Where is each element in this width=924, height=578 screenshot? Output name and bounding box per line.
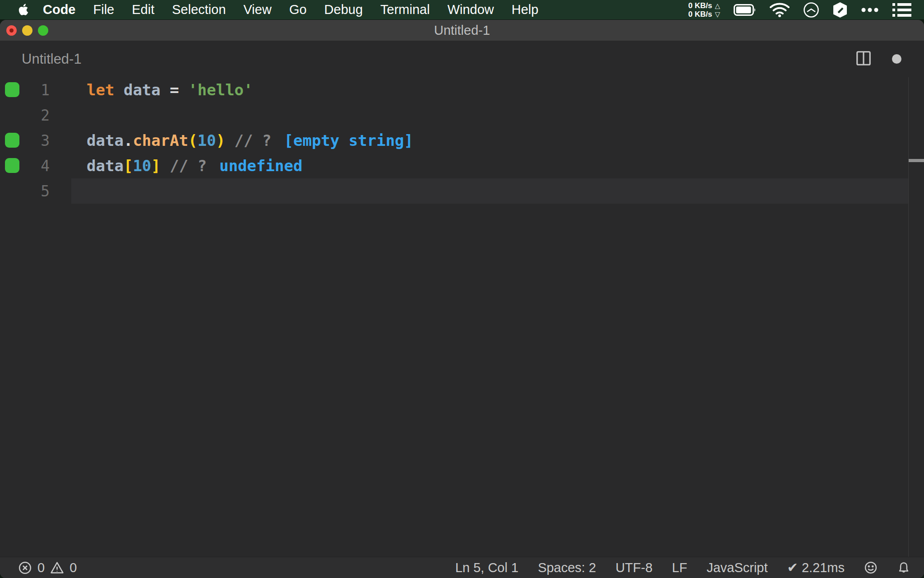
code-line-3[interactable]: 3data.charAt(10) // ?[empty string] bbox=[0, 128, 909, 153]
code-token: 'hello' bbox=[188, 81, 253, 99]
menu-item-view[interactable]: View bbox=[244, 2, 272, 17]
macos-menubar: CodeFileEditSelectionViewGoDebugTerminal… bbox=[0, 0, 924, 20]
close-button[interactable] bbox=[6, 25, 17, 36]
feedback-smiley-icon[interactable] bbox=[864, 561, 878, 574]
code-token: let bbox=[87, 81, 114, 99]
line-number[interactable]: 3 bbox=[41, 132, 71, 149]
code-token: 10 bbox=[133, 157, 151, 175]
unsaved-indicator-dot bbox=[9, 28, 14, 33]
language-mode[interactable]: JavaScript bbox=[707, 560, 767, 575]
menu-item-help[interactable]: Help bbox=[512, 2, 539, 17]
code-token: . bbox=[124, 131, 133, 149]
indentation-setting[interactable]: Spaces: 2 bbox=[538, 560, 596, 575]
editor-actions bbox=[855, 50, 901, 69]
quokka-inline-value: undefined bbox=[219, 157, 302, 175]
code-editor[interactable]: 1let data = 'hello'23data.charAt(10) // … bbox=[0, 77, 924, 557]
gauge-icon[interactable] bbox=[803, 2, 819, 18]
dirty-file-indicator[interactable] bbox=[892, 54, 901, 64]
code-token: charAt bbox=[133, 131, 188, 149]
problems-status[interactable]: 0 0 bbox=[18, 560, 77, 575]
menu-item-selection[interactable]: Selection bbox=[172, 2, 226, 17]
window-title: Untitled-1 bbox=[434, 23, 490, 38]
apple-menu-icon[interactable] bbox=[17, 3, 28, 17]
notifications-bell-icon[interactable] bbox=[897, 561, 910, 574]
code-token: [ bbox=[124, 157, 133, 175]
list-icon[interactable] bbox=[892, 3, 911, 17]
traffic-lights bbox=[6, 20, 48, 41]
current-line-content[interactable] bbox=[71, 178, 909, 204]
screen: CodeFileEditSelectionViewGoDebugTerminal… bbox=[0, 0, 924, 578]
vscode-window: Untitled-1 Untitled-1 1let data = 'hello… bbox=[0, 20, 924, 578]
line-number[interactable]: 1 bbox=[41, 81, 71, 99]
menubar-status-items: 0 KB/s 0 KB/s △ ▽ bbox=[688, 0, 911, 20]
quokka-coverage-marker bbox=[5, 158, 19, 173]
line-number[interactable]: 5 bbox=[41, 182, 71, 200]
code-token bbox=[114, 81, 123, 99]
code-line-1[interactable]: 1let data = 'hello' bbox=[0, 77, 909, 103]
zoom-button[interactable] bbox=[38, 25, 48, 36]
editor-empty-space[interactable] bbox=[0, 204, 909, 557]
wifi-icon[interactable] bbox=[770, 3, 790, 17]
network-up-speed: 0 KB/s bbox=[688, 1, 712, 10]
network-down-speed: 0 KB/s bbox=[688, 10, 712, 19]
menu-item-file[interactable]: File bbox=[93, 2, 115, 17]
window-titlebar[interactable]: Untitled-1 bbox=[0, 20, 924, 41]
quokka-inline-value: [empty string] bbox=[284, 131, 413, 149]
line-content[interactable] bbox=[71, 103, 909, 128]
code-token: data bbox=[124, 81, 161, 99]
overview-ruler-border bbox=[908, 77, 909, 557]
quokka-coverage-marker bbox=[5, 82, 19, 97]
code-token bbox=[161, 81, 170, 99]
menu-item-terminal[interactable]: Terminal bbox=[380, 2, 430, 17]
overview-ruler-cursor-marker bbox=[909, 159, 924, 162]
code-token: data bbox=[87, 131, 124, 149]
minimize-button[interactable] bbox=[22, 25, 32, 36]
upload-arrow-icon: △ bbox=[715, 1, 720, 10]
cursor-position[interactable]: Ln 5, Col 1 bbox=[455, 560, 518, 575]
code-token: ] bbox=[151, 157, 160, 175]
line-number[interactable]: 4 bbox=[41, 157, 71, 175]
quokka-run-time[interactable]: ✔ 2.21ms bbox=[787, 560, 845, 575]
code-token bbox=[179, 81, 188, 99]
error-count: 0 bbox=[37, 560, 45, 575]
gutter: 2 bbox=[0, 103, 71, 128]
code-token: data bbox=[87, 157, 124, 175]
error-icon bbox=[18, 561, 32, 575]
code-token: = bbox=[170, 81, 179, 99]
eol-setting[interactable]: LF bbox=[672, 560, 687, 575]
statusbar-right: Ln 5, Col 1 Spaces: 2 UTF-8 LF JavaScrip… bbox=[455, 560, 910, 575]
cube-icon[interactable] bbox=[833, 2, 847, 18]
ellipsis-icon[interactable] bbox=[861, 8, 879, 12]
editor-title-area: Untitled-1 bbox=[0, 41, 924, 77]
menu-item-code[interactable]: Code bbox=[43, 2, 76, 17]
gutter: 4 bbox=[0, 153, 71, 178]
statusbar: 0 0 Ln 5, Col 1 Spaces: 2 UTF-8 LF JavaS… bbox=[0, 557, 924, 578]
code-line-5[interactable]: 5 bbox=[0, 178, 909, 204]
quokka-coverage-marker bbox=[5, 133, 19, 148]
code-token: 10 bbox=[198, 131, 216, 149]
gutter: 3 bbox=[0, 128, 71, 153]
tab-title[interactable]: Untitled-1 bbox=[22, 51, 82, 67]
code-line-4[interactable]: 4data[10] // ?undefined bbox=[0, 153, 909, 178]
split-editor-icon[interactable] bbox=[855, 50, 872, 69]
menu-item-debug[interactable]: Debug bbox=[324, 2, 363, 17]
menu-item-edit[interactable]: Edit bbox=[132, 2, 154, 17]
line-content[interactable]: data[10] // ?undefined bbox=[71, 153, 909, 178]
gutter: 1 bbox=[0, 77, 71, 103]
file-encoding[interactable]: UTF-8 bbox=[615, 560, 652, 575]
code-token: ) bbox=[216, 131, 225, 149]
code-token: // ? bbox=[225, 131, 271, 149]
warning-icon bbox=[50, 561, 64, 575]
battery-icon[interactable] bbox=[734, 4, 756, 16]
menu-item-go[interactable]: Go bbox=[289, 2, 307, 17]
network-speed-item[interactable]: 0 KB/s 0 KB/s △ ▽ bbox=[688, 1, 720, 19]
menu-item-window[interactable]: Window bbox=[448, 2, 494, 17]
code-token: ( bbox=[188, 131, 197, 149]
code-line-2[interactable]: 2 bbox=[0, 103, 909, 128]
menu-items: CodeFileEditSelectionViewGoDebugTerminal… bbox=[43, 2, 538, 17]
warning-count: 0 bbox=[69, 560, 77, 575]
line-content[interactable]: data.charAt(10) // ?[empty string] bbox=[71, 128, 909, 153]
gutter: 5 bbox=[0, 178, 71, 204]
line-number[interactable]: 2 bbox=[41, 107, 71, 124]
line-content[interactable]: let data = 'hello' bbox=[71, 77, 909, 103]
